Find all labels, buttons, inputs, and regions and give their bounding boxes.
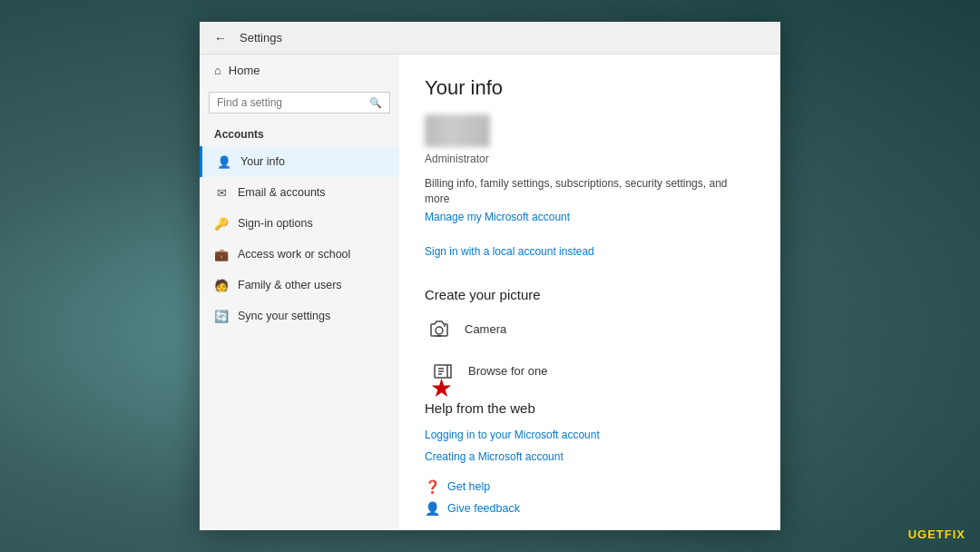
sync-icon: 🔄 bbox=[214, 309, 229, 323]
camera-label: Camera bbox=[465, 322, 506, 336]
search-input[interactable] bbox=[217, 96, 366, 109]
avatar bbox=[425, 114, 490, 147]
help-section: Help from the web Logging in to your Mic… bbox=[425, 400, 755, 463]
sign-in-label: Sign-in options bbox=[238, 217, 313, 230]
camera-icon bbox=[425, 315, 454, 344]
email-icon: ✉ bbox=[214, 185, 229, 200]
sidebar-item-home[interactable]: ⌂ Home bbox=[200, 54, 399, 86]
search-icon: 🔍 bbox=[369, 97, 382, 109]
give-feedback-icon: 👤 bbox=[425, 501, 440, 516]
search-box[interactable]: 🔍 bbox=[209, 92, 390, 113]
sidebar-item-your-info[interactable]: 👤 Your info bbox=[200, 146, 399, 177]
settings-window: ← Settings ⌂ Home 🔍 Accounts 👤 Your info… bbox=[200, 22, 780, 530]
watermark: UGETFIX bbox=[908, 527, 965, 541]
browse-label: Browse for one bbox=[468, 364, 547, 378]
svg-point-1 bbox=[444, 325, 446, 327]
your-info-label: Your info bbox=[240, 155, 285, 168]
give-feedback-label: Give feedback bbox=[447, 502, 520, 515]
get-help-icon: ❓ bbox=[425, 479, 440, 494]
create-picture-title: Create your picture bbox=[425, 287, 755, 302]
creating-link[interactable]: Creating a Microsoft account bbox=[425, 450, 755, 463]
main-panel: Your info Administrator Billing info, fa… bbox=[399, 54, 780, 530]
sync-label: Sync your settings bbox=[238, 310, 330, 322]
family-label: Family & other users bbox=[238, 279, 342, 291]
your-info-icon: 👤 bbox=[217, 154, 231, 169]
svg-point-0 bbox=[436, 327, 443, 334]
family-icon: 🧑 bbox=[214, 278, 229, 292]
sign-in-icon: 🔑 bbox=[214, 216, 229, 231]
back-button[interactable]: ← bbox=[209, 29, 232, 47]
titlebar: ← Settings bbox=[200, 22, 780, 54]
sidebar-item-sign-in-options[interactable]: 🔑 Sign-in options bbox=[200, 208, 399, 239]
home-label: Home bbox=[229, 64, 260, 77]
help-title: Help from the web bbox=[425, 400, 755, 416]
content-area: ⌂ Home 🔍 Accounts 👤 Your info ✉ Email & … bbox=[200, 54, 780, 530]
page-title: Your info bbox=[425, 76, 755, 100]
window-title: Settings bbox=[240, 31, 282, 44]
svg-rect-2 bbox=[436, 335, 442, 337]
work-label: Access work or school bbox=[238, 248, 350, 261]
get-help-item[interactable]: ❓ Get help bbox=[425, 479, 755, 494]
sidebar-item-sync-settings[interactable]: 🔄 Sync your settings bbox=[200, 301, 399, 331]
get-help-label: Get help bbox=[447, 480, 490, 493]
give-feedback-item[interactable]: 👤 Give feedback bbox=[425, 501, 755, 516]
manage-account-link[interactable]: Manage my Microsoft account bbox=[425, 211, 755, 223]
work-icon: 💼 bbox=[214, 247, 229, 261]
sidebar-item-family-users[interactable]: 🧑 Family & other users bbox=[200, 270, 399, 301]
browse-option[interactable]: ★ Browse for one bbox=[425, 357, 755, 386]
logging-link[interactable]: Logging in to your Microsoft account bbox=[425, 429, 755, 441]
bottom-links: ❓ Get help 👤 Give feedback bbox=[425, 479, 755, 516]
camera-option[interactable]: Camera bbox=[425, 315, 755, 344]
billing-text: Billing info, family settings, subscript… bbox=[425, 176, 755, 207]
sidebar: ⌂ Home 🔍 Accounts 👤 Your info ✉ Email & … bbox=[200, 54, 399, 530]
sign-in-local-link[interactable]: Sign in with a local account instead bbox=[425, 245, 755, 258]
sidebar-item-email-accounts[interactable]: ✉ Email & accounts bbox=[200, 177, 399, 208]
browse-icon bbox=[428, 357, 457, 386]
sidebar-item-access-work[interactable]: 💼 Access work or school bbox=[200, 239, 399, 270]
accounts-heading: Accounts bbox=[200, 124, 399, 146]
user-role: Administrator bbox=[425, 153, 755, 165]
home-icon: ⌂ bbox=[214, 64, 221, 77]
user-avatar-bar bbox=[425, 114, 755, 147]
email-label: Email & accounts bbox=[238, 186, 326, 199]
